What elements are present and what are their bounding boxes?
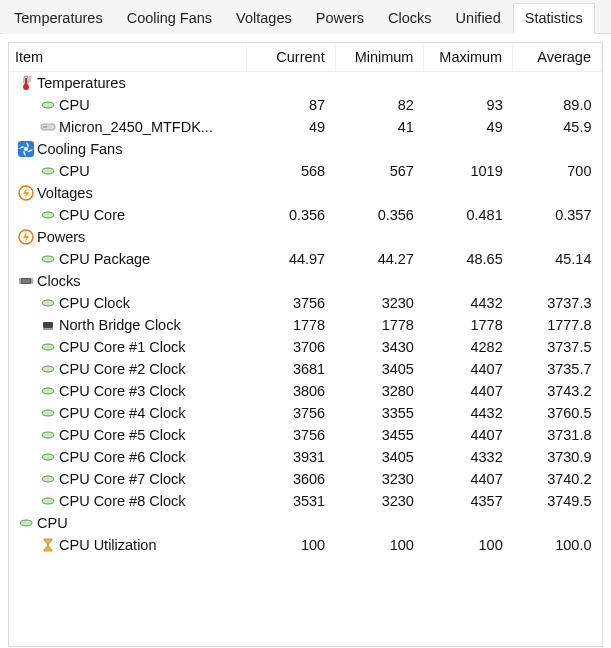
svg-point-6: [42, 102, 54, 108]
cell-minimum: 3405: [335, 358, 424, 380]
table-row[interactable]: CPU Core #2 Clock3681340544073735.7: [9, 358, 602, 380]
cell-average: 0.357: [513, 204, 602, 226]
tab-clocks[interactable]: Clocks: [376, 3, 444, 34]
cell-current: 49: [246, 116, 335, 138]
chip-icon: [18, 273, 34, 289]
cell-maximum: 4357: [424, 490, 513, 512]
tab-temperatures[interactable]: Temperatures: [2, 3, 115, 34]
thermometer-icon: [18, 75, 34, 91]
table-row[interactable]: CPU Core #8 Clock3531323043573749.5: [9, 490, 602, 512]
bolt-icon: [18, 185, 34, 201]
cell-maximum: 4407: [424, 380, 513, 402]
cell-current: [246, 72, 335, 95]
table-row[interactable]: CPU Core #4 Clock3756335544323760.5: [9, 402, 602, 424]
cell-minimum: 3230: [335, 490, 424, 512]
group-row[interactable]: Clocks: [9, 270, 602, 292]
svg-rect-8: [43, 126, 47, 128]
group-row[interactable]: Temperatures: [9, 72, 602, 95]
table-row[interactable]: CPU Package44.9744.2748.6545.14: [9, 248, 602, 270]
cell-average: 45.14: [513, 248, 602, 270]
svg-rect-17: [22, 279, 30, 283]
row-label: CPU Clock: [59, 295, 130, 311]
cell-maximum: 4407: [424, 424, 513, 446]
cell-current: 3681: [246, 358, 335, 380]
sensor-icon: [40, 339, 56, 355]
cell-current: 3756: [246, 424, 335, 446]
sensor-icon: [40, 383, 56, 399]
cell-average: 1777.8: [513, 314, 602, 336]
cell-minimum: 100: [335, 534, 424, 556]
table-row[interactable]: CPU5685671019700: [9, 160, 602, 182]
row-label: CPU: [59, 97, 90, 113]
table-row[interactable]: Micron_2450_MTFDK...49414945.9: [9, 116, 602, 138]
sensor-icon: [40, 449, 56, 465]
cell-maximum: 4407: [424, 468, 513, 490]
cell-average: [513, 72, 602, 95]
cell-maximum: [424, 270, 513, 292]
col-maximum[interactable]: Maximum: [424, 43, 513, 72]
cell-minimum: [335, 512, 424, 534]
row-label: CPU Core #3 Clock: [59, 383, 186, 399]
col-minimum[interactable]: Minimum: [335, 43, 424, 72]
cell-average: 3735.7: [513, 358, 602, 380]
table-row[interactable]: CPU Core #7 Clock3606323044073740.2: [9, 468, 602, 490]
svg-point-37: [42, 476, 54, 482]
cell-minimum: [335, 138, 424, 160]
tab-powers[interactable]: Powers: [304, 3, 376, 34]
tab-cooling-fans[interactable]: Cooling Fans: [115, 3, 224, 34]
row-label: Powers: [37, 229, 85, 245]
table-row[interactable]: CPU Utilization100100100100.0: [9, 534, 602, 556]
cell-minimum: 41: [335, 116, 424, 138]
cell-current: 87: [246, 94, 335, 116]
cell-minimum: 0.356: [335, 204, 424, 226]
row-label: CPU Core #2 Clock: [59, 361, 186, 377]
cell-average: [513, 182, 602, 204]
cell-maximum: [424, 512, 513, 534]
row-label: North Bridge Clock: [59, 317, 181, 333]
cell-maximum: [424, 182, 513, 204]
cell-maximum: 4407: [424, 358, 513, 380]
svg-point-38: [42, 498, 54, 504]
sensor-icon: [40, 493, 56, 509]
statistics-panel: Item Current Minimum Maximum Average Tem…: [8, 42, 603, 647]
row-label: Voltages: [37, 185, 93, 201]
table-row[interactable]: CPU87829389.0: [9, 94, 602, 116]
cell-maximum: [424, 226, 513, 248]
tab-statistics[interactable]: Statistics: [513, 3, 595, 34]
group-row[interactable]: Powers: [9, 226, 602, 248]
cell-average: 3737.3: [513, 292, 602, 314]
cell-current: 3531: [246, 490, 335, 512]
cell-current: 44.97: [246, 248, 335, 270]
svg-rect-2: [25, 78, 27, 86]
svg-point-35: [42, 432, 54, 438]
group-row[interactable]: CPU: [9, 512, 602, 534]
svg-point-32: [42, 366, 54, 372]
row-label: Micron_2450_MTFDK...: [59, 119, 213, 135]
group-row[interactable]: Voltages: [9, 182, 602, 204]
col-current[interactable]: Current: [246, 43, 335, 72]
row-label: CPU: [37, 515, 68, 531]
table-row[interactable]: CPU Core #5 Clock3756345544073731.8: [9, 424, 602, 446]
statistics-table: Item Current Minimum Maximum Average Tem…: [9, 43, 602, 556]
cell-average: 3760.5: [513, 402, 602, 424]
table-row[interactable]: CPU Core #6 Clock3931340543323730.9: [9, 446, 602, 468]
table-row[interactable]: CPU Clock3756323044323737.3: [9, 292, 602, 314]
table-row[interactable]: CPU Core #3 Clock3806328044073743.2: [9, 380, 602, 402]
table-row[interactable]: CPU Core #1 Clock3706343042823737.5: [9, 336, 602, 358]
hourglass-icon: [40, 537, 56, 553]
col-average[interactable]: Average: [513, 43, 602, 72]
table-row[interactable]: North Bridge Clock1778177817781777.8: [9, 314, 602, 336]
col-item[interactable]: Item: [9, 43, 246, 72]
row-label: Cooling Fans: [37, 141, 122, 157]
group-row[interactable]: Cooling Fans: [9, 138, 602, 160]
svg-point-39: [20, 520, 32, 526]
table-row[interactable]: CPU Core0.3560.3560.4810.357: [9, 204, 602, 226]
row-label: CPU Core #1 Clock: [59, 339, 186, 355]
cell-current: 0.356: [246, 204, 335, 226]
tab-unified[interactable]: Unified: [444, 3, 513, 34]
cell-current: 100: [246, 534, 335, 556]
svg-point-13: [42, 212, 54, 218]
cell-current: [246, 270, 335, 292]
cell-minimum: 567: [335, 160, 424, 182]
tab-voltages[interactable]: Voltages: [224, 3, 304, 34]
